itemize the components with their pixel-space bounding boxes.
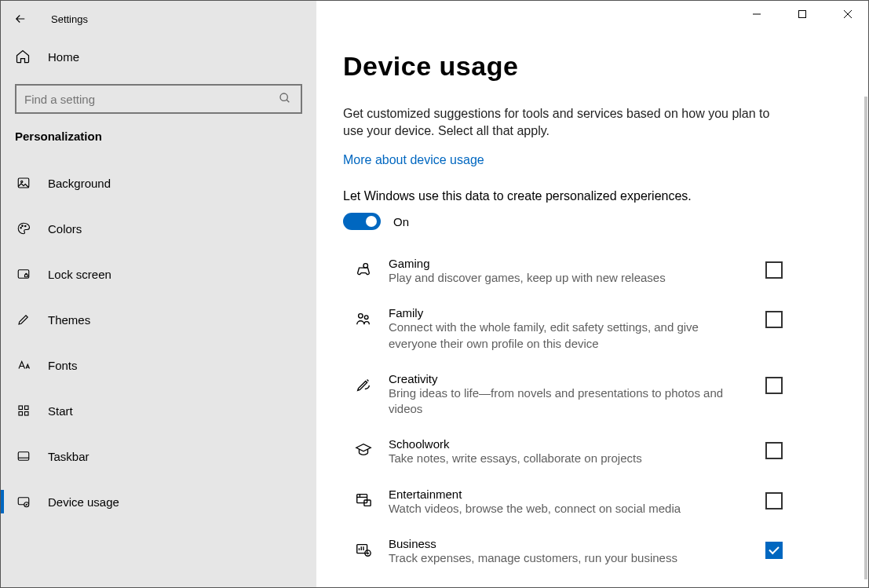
usage-name: Gaming — [389, 257, 750, 270]
business-icon — [354, 540, 373, 559]
svg-rect-8 — [19, 406, 23, 410]
usage-name: Entertainment — [389, 488, 750, 501]
minimize-button[interactable] — [741, 2, 772, 26]
search-icon — [279, 92, 293, 106]
usage-name: Schoolwork — [389, 437, 750, 451]
toggle-row: On — [343, 213, 842, 230]
usage-desc: Track expenses, manage customers, run yo… — [389, 550, 750, 566]
svg-rect-10 — [19, 412, 23, 416]
svg-point-16 — [363, 264, 368, 268]
nav-label: Fonts — [48, 359, 78, 372]
usage-name: Family — [389, 306, 750, 320]
nav-item-themes[interactable]: Themes — [1, 297, 316, 342]
usage-name: Creativity — [389, 372, 750, 385]
school-icon — [354, 440, 373, 459]
usage-desc: Take notes, write essays, collaborate on… — [389, 451, 750, 466]
search-box[interactable] — [15, 84, 302, 114]
scrollbar[interactable] — [864, 97, 867, 579]
permit-label: Let Windows use this data to create pers… — [343, 189, 842, 203]
svg-point-3 — [20, 228, 22, 229]
creativity-icon — [354, 375, 373, 394]
usage-desc: Connect with the whole family, edit safe… — [389, 320, 750, 352]
main-pane: Device usage Get customized suggestions … — [316, 1, 868, 587]
usage-item-family[interactable]: Family Connect with the whole family, ed… — [343, 301, 783, 356]
nav-item-fonts[interactable]: Fonts — [1, 342, 316, 388]
usage-checkbox-family[interactable] — [765, 311, 783, 328]
usage-item-business[interactable]: Business Track expenses, manage customer… — [343, 532, 783, 571]
gaming-icon — [354, 260, 373, 279]
usage-name: Business — [389, 537, 750, 550]
svg-point-17 — [359, 314, 363, 319]
usage-checkbox-schoolwork[interactable] — [765, 442, 783, 459]
usage-list: Gaming Play and discover games, keep up … — [343, 252, 842, 571]
grid-icon — [15, 402, 32, 419]
svg-rect-11 — [25, 412, 29, 416]
nav-home[interactable]: Home — [1, 37, 316, 76]
svg-point-0 — [280, 93, 287, 100]
lock-screen-icon — [15, 265, 32, 283]
section-title: Personalization — [1, 130, 316, 160]
svg-rect-19 — [357, 494, 367, 502]
search-input[interactable] — [24, 93, 279, 106]
device-usage-icon — [15, 493, 32, 510]
family-icon — [354, 309, 373, 328]
svg-rect-15 — [799, 11, 806, 18]
nav-label: Colors — [48, 222, 82, 236]
taskbar-icon — [15, 447, 32, 465]
svg-rect-12 — [18, 452, 29, 461]
svg-rect-9 — [25, 406, 29, 410]
entertainment-icon — [354, 491, 373, 509]
arrow-left-icon — [13, 12, 27, 26]
usage-item-schoolwork[interactable]: Schoolwork Take notes, write essays, col… — [343, 433, 783, 471]
nav-label: Themes — [48, 313, 90, 327]
usage-checkbox-entertainment[interactable] — [765, 492, 783, 509]
usage-checkbox-business[interactable] — [765, 542, 783, 559]
page-title: Device usage — [343, 51, 842, 82]
nav-item-start[interactable]: Start — [1, 388, 316, 433]
close-button[interactable] — [832, 2, 864, 26]
window-title: Settings — [51, 13, 88, 25]
window-controls — [316, 1, 868, 27]
picture-icon — [15, 174, 32, 192]
svg-point-2 — [21, 181, 23, 182]
usage-item-gaming[interactable]: Gaming Play and discover games, keep up … — [343, 252, 783, 290]
sidebar-header: Settings — [1, 1, 316, 37]
nav-label: Device usage — [48, 495, 119, 509]
usage-desc: Bring ideas to life—from novels and pres… — [389, 385, 750, 418]
svg-point-5 — [25, 225, 27, 227]
maximize-button[interactable] — [787, 2, 818, 26]
toggle-state-label: On — [393, 215, 409, 228]
more-about-link[interactable]: More about device usage — [343, 153, 484, 167]
usage-checkbox-creativity[interactable] — [765, 377, 783, 394]
nav-label: Lock screen — [48, 268, 111, 281]
nav-item-taskbar[interactable]: Taskbar — [1, 433, 316, 479]
nav-label: Start — [48, 404, 73, 418]
nav-home-label: Home — [48, 50, 79, 64]
svg-rect-7 — [25, 275, 28, 277]
usage-desc: Play and discover games, keep up with ne… — [389, 270, 750, 286]
nav-item-lockscreen[interactable]: Lock screen — [1, 251, 316, 297]
usage-item-entertainment[interactable]: Entertainment Watch videos, browse the w… — [343, 483, 783, 521]
svg-point-18 — [364, 316, 368, 320]
svg-point-4 — [22, 225, 24, 227]
nav-item-device-usage[interactable]: Device usage — [1, 479, 316, 524]
sidebar: Settings Home Personalization Background… — [1, 1, 316, 587]
home-icon — [15, 48, 32, 65]
font-icon — [15, 356, 32, 374]
usage-desc: Watch videos, browse the web, connect on… — [389, 501, 750, 517]
page-description: Get customized suggestions for tools and… — [343, 105, 783, 139]
nav-item-background[interactable]: Background — [1, 160, 316, 206]
usage-item-creativity[interactable]: Creativity Bring ideas to life—from nove… — [343, 367, 783, 422]
nav-label: Taskbar — [48, 450, 89, 463]
personalized-toggle[interactable] — [343, 213, 381, 230]
palette-icon — [15, 220, 32, 237]
brush-icon — [15, 311, 32, 328]
back-button[interactable] — [9, 7, 32, 31]
nav-label: Background — [48, 177, 111, 190]
nav-item-colors[interactable]: Colors — [1, 206, 316, 251]
usage-checkbox-gaming[interactable] — [765, 261, 783, 279]
content-area: Device usage Get customized suggestions … — [316, 27, 868, 587]
